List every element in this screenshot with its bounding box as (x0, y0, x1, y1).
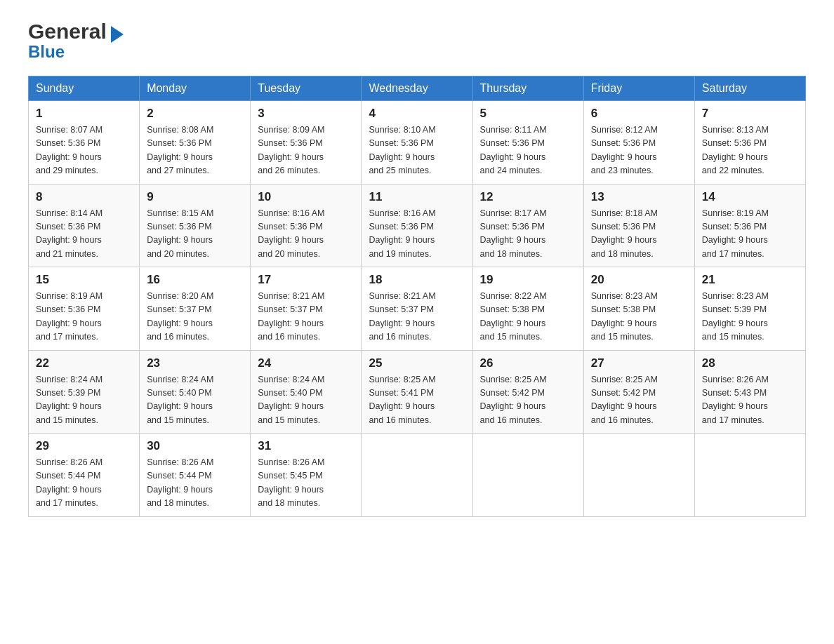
day-info: Sunrise: 8:13 AM Sunset: 5:36 PM Dayligh… (702, 123, 798, 178)
calendar-cell: 27 Sunrise: 8:25 AM Sunset: 5:42 PM Dayl… (583, 350, 694, 434)
day-number: 15 (36, 273, 132, 287)
day-info: Sunrise: 8:18 AM Sunset: 5:36 PM Dayligh… (591, 207, 687, 262)
calendar-cell (694, 434, 805, 517)
calendar-cell (472, 434, 583, 517)
day-info: Sunrise: 8:19 AM Sunset: 5:36 PM Dayligh… (36, 290, 132, 344)
weekday-header-friday: Friday (583, 76, 694, 101)
day-info: Sunrise: 8:17 AM Sunset: 5:36 PM Dayligh… (480, 207, 576, 262)
day-number: 14 (702, 190, 798, 204)
weekday-header-tuesday: Tuesday (251, 76, 362, 101)
weekday-header-sunday: Sunday (29, 76, 140, 101)
day-number: 20 (591, 273, 687, 287)
calendar-cell: 3 Sunrise: 8:09 AM Sunset: 5:36 PM Dayli… (251, 101, 362, 185)
logo-blue-sub: Blue (28, 42, 65, 62)
day-number: 2 (147, 107, 243, 121)
calendar-cell: 5 Sunrise: 8:11 AM Sunset: 5:36 PM Dayli… (472, 101, 583, 185)
calendar-cell: 4 Sunrise: 8:10 AM Sunset: 5:36 PM Dayli… (362, 101, 472, 185)
day-number: 27 (591, 356, 687, 370)
day-number: 18 (369, 273, 465, 287)
calendar-cell: 6 Sunrise: 8:12 AM Sunset: 5:36 PM Dayli… (583, 101, 694, 185)
calendar-week-row: 29 Sunrise: 8:26 AM Sunset: 5:44 PM Dayl… (29, 434, 806, 517)
day-info: Sunrise: 8:25 AM Sunset: 5:42 PM Dayligh… (591, 373, 687, 428)
calendar-cell (583, 434, 694, 517)
logo: General Blue (28, 21, 131, 62)
day-number: 29 (36, 439, 132, 453)
day-info: Sunrise: 8:15 AM Sunset: 5:36 PM Dayligh… (147, 207, 243, 262)
calendar-cell: 29 Sunrise: 8:26 AM Sunset: 5:44 PM Dayl… (29, 434, 140, 517)
day-number: 22 (36, 356, 132, 370)
calendar-cell: 30 Sunrise: 8:26 AM Sunset: 5:44 PM Dayl… (140, 434, 251, 517)
calendar-cell (362, 434, 472, 517)
day-info: Sunrise: 8:21 AM Sunset: 5:37 PM Dayligh… (369, 290, 465, 344)
calendar-cell: 28 Sunrise: 8:26 AM Sunset: 5:43 PM Dayl… (694, 350, 805, 434)
day-info: Sunrise: 8:26 AM Sunset: 5:44 PM Dayligh… (36, 456, 132, 511)
calendar-cell: 14 Sunrise: 8:19 AM Sunset: 5:36 PM Dayl… (694, 184, 805, 267)
calendar-cell: 23 Sunrise: 8:24 AM Sunset: 5:40 PM Dayl… (140, 350, 251, 434)
day-info: Sunrise: 8:16 AM Sunset: 5:36 PM Dayligh… (258, 207, 354, 262)
calendar-table: SundayMondayTuesdayWednesdayThursdayFrid… (28, 76, 806, 517)
day-info: Sunrise: 8:26 AM Sunset: 5:45 PM Dayligh… (258, 456, 354, 511)
day-info: Sunrise: 8:21 AM Sunset: 5:37 PM Dayligh… (258, 290, 354, 344)
day-number: 4 (369, 107, 465, 121)
day-info: Sunrise: 8:22 AM Sunset: 5:38 PM Dayligh… (480, 290, 576, 344)
day-number: 16 (147, 273, 243, 287)
calendar-cell: 20 Sunrise: 8:23 AM Sunset: 5:38 PM Dayl… (583, 267, 694, 351)
day-info: Sunrise: 8:16 AM Sunset: 5:36 PM Dayligh… (369, 207, 465, 262)
day-number: 26 (480, 356, 576, 370)
day-number: 23 (147, 356, 243, 370)
day-info: Sunrise: 8:23 AM Sunset: 5:38 PM Dayligh… (591, 290, 687, 344)
day-number: 25 (369, 356, 465, 370)
weekday-header-wednesday: Wednesday (362, 76, 472, 101)
day-info: Sunrise: 8:24 AM Sunset: 5:40 PM Dayligh… (147, 373, 243, 428)
day-number: 12 (480, 190, 576, 204)
calendar-cell: 18 Sunrise: 8:21 AM Sunset: 5:37 PM Dayl… (362, 267, 472, 351)
calendar-week-row: 22 Sunrise: 8:24 AM Sunset: 5:39 PM Dayl… (29, 350, 806, 434)
weekday-header-saturday: Saturday (694, 76, 805, 101)
day-info: Sunrise: 8:09 AM Sunset: 5:36 PM Dayligh… (258, 123, 354, 178)
calendar-cell: 13 Sunrise: 8:18 AM Sunset: 5:36 PM Dayl… (583, 184, 694, 267)
day-number: 7 (702, 107, 798, 121)
day-number: 21 (702, 273, 798, 287)
calendar-week-row: 8 Sunrise: 8:14 AM Sunset: 5:36 PM Dayli… (29, 184, 806, 267)
calendar-cell: 24 Sunrise: 8:24 AM Sunset: 5:40 PM Dayl… (251, 350, 362, 434)
day-number: 5 (480, 107, 576, 121)
day-info: Sunrise: 8:07 AM Sunset: 5:36 PM Dayligh… (36, 123, 132, 178)
calendar-cell: 10 Sunrise: 8:16 AM Sunset: 5:36 PM Dayl… (251, 184, 362, 267)
day-info: Sunrise: 8:26 AM Sunset: 5:43 PM Dayligh… (702, 373, 798, 428)
calendar-cell: 2 Sunrise: 8:08 AM Sunset: 5:36 PM Dayli… (140, 101, 251, 185)
day-number: 9 (147, 190, 243, 204)
day-number: 24 (258, 356, 354, 370)
logo-general-text: General (28, 21, 107, 42)
calendar-cell: 9 Sunrise: 8:15 AM Sunset: 5:36 PM Dayli… (140, 184, 251, 267)
day-number: 17 (258, 273, 354, 287)
day-info: Sunrise: 8:25 AM Sunset: 5:42 PM Dayligh… (480, 373, 576, 428)
calendar-week-row: 15 Sunrise: 8:19 AM Sunset: 5:36 PM Dayl… (29, 267, 806, 351)
calendar-cell: 8 Sunrise: 8:14 AM Sunset: 5:36 PM Dayli… (29, 184, 140, 267)
logo-triangle-icon (111, 26, 131, 43)
day-number: 6 (591, 107, 687, 121)
day-number: 28 (702, 356, 798, 370)
day-info: Sunrise: 8:08 AM Sunset: 5:36 PM Dayligh… (147, 123, 243, 178)
day-number: 19 (480, 273, 576, 287)
calendar-cell: 31 Sunrise: 8:26 AM Sunset: 5:45 PM Dayl… (251, 434, 362, 517)
day-number: 13 (591, 190, 687, 204)
calendar-cell: 22 Sunrise: 8:24 AM Sunset: 5:39 PM Dayl… (29, 350, 140, 434)
day-info: Sunrise: 8:23 AM Sunset: 5:39 PM Dayligh… (702, 290, 798, 344)
calendar-cell: 16 Sunrise: 8:20 AM Sunset: 5:37 PM Dayl… (140, 267, 251, 351)
day-info: Sunrise: 8:19 AM Sunset: 5:36 PM Dayligh… (702, 207, 798, 262)
day-info: Sunrise: 8:10 AM Sunset: 5:36 PM Dayligh… (369, 123, 465, 178)
day-info: Sunrise: 8:24 AM Sunset: 5:40 PM Dayligh… (258, 373, 354, 428)
calendar-cell: 21 Sunrise: 8:23 AM Sunset: 5:39 PM Dayl… (694, 267, 805, 351)
day-info: Sunrise: 8:12 AM Sunset: 5:36 PM Dayligh… (591, 123, 687, 178)
day-number: 3 (258, 107, 354, 121)
day-number: 1 (36, 107, 132, 121)
calendar-cell: 25 Sunrise: 8:25 AM Sunset: 5:41 PM Dayl… (362, 350, 472, 434)
calendar-cell: 17 Sunrise: 8:21 AM Sunset: 5:37 PM Dayl… (251, 267, 362, 351)
calendar-cell: 15 Sunrise: 8:19 AM Sunset: 5:36 PM Dayl… (29, 267, 140, 351)
day-info: Sunrise: 8:26 AM Sunset: 5:44 PM Dayligh… (147, 456, 243, 511)
day-info: Sunrise: 8:11 AM Sunset: 5:36 PM Dayligh… (480, 123, 576, 178)
calendar-cell: 11 Sunrise: 8:16 AM Sunset: 5:36 PM Dayl… (362, 184, 472, 267)
day-number: 30 (147, 439, 243, 453)
day-info: Sunrise: 8:14 AM Sunset: 5:36 PM Dayligh… (36, 207, 132, 262)
header: General Blue (28, 21, 806, 62)
